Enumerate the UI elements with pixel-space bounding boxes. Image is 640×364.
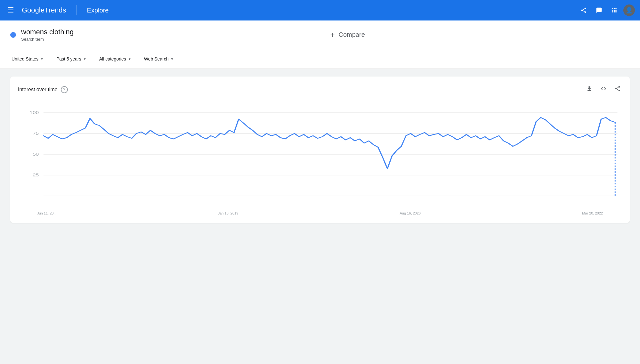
region-label: United States [12,56,38,61]
search-type-filter[interactable]: Web Search ▼ [143,54,175,63]
search-term-label: womens clothing [21,28,74,36]
x-label-2: Jan 13, 2019 [218,211,239,215]
region-dropdown-arrow: ▼ [40,57,44,61]
logo-trends: Trends [45,6,66,14]
compare-container[interactable]: + Compare [320,20,640,49]
chart-container: 100 75 50 25 Jun 11, 20... Jan 13, 2019 … [18,100,622,215]
svg-text:75: 75 [33,131,39,136]
time-dropdown-arrow: ▼ [83,57,86,61]
chart-svg: 100 75 50 25 [18,100,622,209]
x-label-3: Aug 16, 2020 [400,211,421,215]
chart-actions [585,84,622,95]
apps-button[interactable] [608,4,621,17]
compare-label: Compare [339,31,365,38]
search-term-container: womens clothing Search term [0,20,320,49]
help-button[interactable]: ? [61,86,68,93]
chart-card: Interest over time ? [10,77,630,223]
time-filter[interactable]: Past 5 years ▼ [55,54,88,63]
svg-text:100: 100 [29,110,39,115]
chart-title: Interest over time [18,87,58,93]
embed-button[interactable] [599,84,608,95]
search-dot [10,32,16,38]
search-area: womens clothing Search term + Compare [0,20,640,49]
chart-title-area: Interest over time ? [18,86,68,93]
apps-icon [611,7,618,13]
x-label-1: Jun 11, 20... [37,211,57,215]
chart-share-icon [614,85,621,92]
download-button[interactable] [585,84,594,95]
time-label: Past 5 years [56,56,81,61]
share-icon [580,7,587,13]
feedback-button[interactable] [593,4,605,17]
search-term-info: womens clothing Search term [21,28,74,42]
explore-label: Explore [87,7,109,14]
logo-google: Google [22,6,45,14]
logo: GoogleTrends [22,6,66,14]
menu-icon[interactable]: ☰ [5,4,17,17]
x-axis-labels: Jun 11, 20... Jan 13, 2019 Aug 16, 2020 … [18,210,622,215]
chart-share-button[interactable] [613,84,622,95]
chart-header: Interest over time ? [18,84,622,95]
header-actions: 👤 [577,4,635,17]
category-filter[interactable]: All categories ▼ [98,54,133,63]
header: ☰ GoogleTrends Explore 👤 [0,0,640,20]
share-button[interactable] [577,4,590,17]
feedback-icon [596,7,602,13]
region-filter[interactable]: United States ▼ [10,54,45,63]
x-label-4: Mar 20, 2022 [582,211,603,215]
search-type-label: Web Search [144,56,169,61]
search-term-type: Search term [21,37,74,42]
main-content: Interest over time ? [0,69,640,231]
search-type-dropdown-arrow: ▼ [170,57,174,61]
category-label: All categories [99,56,126,61]
header-divider [77,5,77,15]
compare-plus: + [330,30,335,39]
svg-text:50: 50 [33,152,39,157]
filter-bar: United States ▼ Past 5 years ▼ All categ… [0,49,640,69]
download-icon [586,85,593,92]
avatar[interactable]: 👤 [623,4,635,16]
svg-text:25: 25 [33,173,39,177]
embed-icon [600,85,607,92]
category-dropdown-arrow: ▼ [128,57,131,61]
